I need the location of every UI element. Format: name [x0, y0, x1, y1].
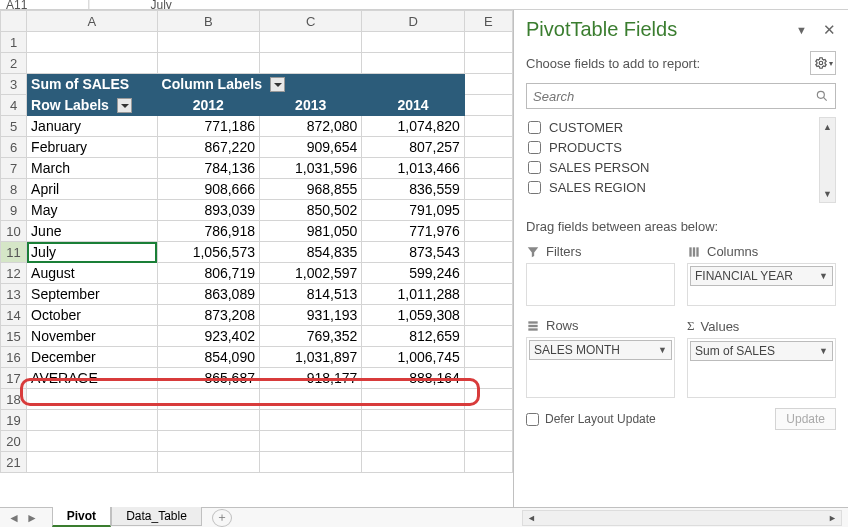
row-header[interactable]: 1 — [1, 32, 27, 53]
row-header[interactable]: 7 — [1, 158, 27, 179]
row-header[interactable]: 4 — [1, 95, 27, 116]
worksheet-grid[interactable]: A B C D E 1 2 3 Sum of SALES Column Labe… — [0, 10, 513, 507]
value-cell[interactable]: 836,559 — [362, 179, 464, 200]
columns-chip[interactable]: FINANCIAL YEAR▼ — [690, 266, 833, 286]
field-list[interactable]: CUSTOMER PRODUCTS SALES PERSON SALES REG… — [526, 117, 836, 203]
value-cell[interactable]: 1,002,597 — [259, 263, 361, 284]
defer-checkbox-label[interactable]: Defer Layout Update — [526, 412, 656, 426]
row-header[interactable]: 3 — [1, 74, 27, 95]
value-cell[interactable]: 814,513 — [259, 284, 361, 305]
values-area[interactable]: ΣValues Sum of SALES▼ — [687, 318, 836, 398]
row-header[interactable]: 18 — [1, 389, 27, 410]
row-header[interactable]: 12 — [1, 263, 27, 284]
month-cell[interactable]: October — [27, 305, 158, 326]
row-header[interactable]: 9 — [1, 200, 27, 221]
horizontal-scrollbar[interactable] — [522, 510, 842, 526]
new-sheet-button[interactable]: ＋ — [212, 509, 232, 527]
value-cell[interactable]: 872,080 — [259, 116, 361, 137]
value-cell[interactable]: 784,136 — [157, 158, 259, 179]
field-list-scrollbar[interactable]: ▲ ▼ — [819, 117, 836, 203]
row-header[interactable]: 14 — [1, 305, 27, 326]
row-header[interactable]: 17 — [1, 368, 27, 389]
column-labels-dropdown[interactable] — [270, 77, 285, 92]
name-box[interactable]: A11 — [6, 0, 27, 10]
field-checkbox[interactable] — [528, 181, 541, 194]
value-cell[interactable]: 873,543 — [362, 242, 464, 263]
total-cell[interactable]: 865,687 — [157, 368, 259, 389]
col-header-E[interactable]: E — [464, 11, 512, 32]
value-cell[interactable]: 1,013,466 — [362, 158, 464, 179]
row-header[interactable]: 20 — [1, 431, 27, 452]
year-header[interactable]: 2012 — [157, 95, 259, 116]
pane-tools-button[interactable]: ▾ — [810, 51, 836, 75]
pane-close-icon[interactable]: ✕ — [823, 21, 836, 39]
row-header[interactable]: 10 — [1, 221, 27, 242]
month-cell[interactable]: November — [27, 326, 158, 347]
row-header[interactable]: 21 — [1, 452, 27, 473]
field-checkbox[interactable] — [528, 141, 541, 154]
value-cell[interactable]: 791,095 — [362, 200, 464, 221]
value-cell[interactable]: 786,918 — [157, 221, 259, 242]
value-cell[interactable]: 1,031,596 — [259, 158, 361, 179]
rows-area[interactable]: Rows SALES MONTH▼ — [526, 318, 675, 398]
values-chip[interactable]: Sum of SALES▼ — [690, 341, 833, 361]
value-cell[interactable]: 806,719 — [157, 263, 259, 284]
update-button[interactable]: Update — [775, 408, 836, 430]
month-cell[interactable]: December — [27, 347, 158, 368]
value-cell[interactable]: 909,654 — [259, 137, 361, 158]
value-cell[interactable]: 812,659 — [362, 326, 464, 347]
field-checkbox[interactable] — [528, 161, 541, 174]
rows-chip[interactable]: SALES MONTH▼ — [529, 340, 672, 360]
month-cell[interactable]: March — [27, 158, 158, 179]
row-header[interactable]: 2 — [1, 53, 27, 74]
value-cell[interactable]: 893,039 — [157, 200, 259, 221]
pivot-sum-label[interactable]: Sum of SALES — [27, 74, 158, 95]
row-header[interactable]: 13 — [1, 284, 27, 305]
sheet-tab-pivot[interactable]: Pivot — [52, 507, 111, 527]
row-header[interactable]: 19 — [1, 410, 27, 431]
search-input[interactable] — [533, 89, 815, 104]
col-header-B[interactable]: B — [157, 11, 259, 32]
month-cell[interactable]: May — [27, 200, 158, 221]
columns-area[interactable]: Columns FINANCIAL YEAR▼ — [687, 244, 836, 306]
field-search-box[interactable] — [526, 83, 836, 109]
pivot-column-labels[interactable]: Column Labels — [157, 74, 464, 95]
value-cell[interactable]: 807,257 — [362, 137, 464, 158]
value-cell[interactable]: 1,074,820 — [362, 116, 464, 137]
value-cell[interactable]: 1,059,308 — [362, 305, 464, 326]
field-item[interactable]: PRODUCTS — [526, 137, 836, 157]
value-cell[interactable]: 908,666 — [157, 179, 259, 200]
col-header-D[interactable]: D — [362, 11, 464, 32]
grand-total-label[interactable]: AVERAGE — [27, 368, 158, 389]
value-cell[interactable]: 863,089 — [157, 284, 259, 305]
month-cell[interactable]: June — [27, 221, 158, 242]
row-header[interactable]: 15 — [1, 326, 27, 347]
year-header[interactable]: 2014 — [362, 95, 464, 116]
filters-area[interactable]: Filters — [526, 244, 675, 306]
value-cell[interactable]: 867,220 — [157, 137, 259, 158]
row-header[interactable]: 5 — [1, 116, 27, 137]
year-header[interactable]: 2013 — [259, 95, 361, 116]
month-cell[interactable]: February — [27, 137, 158, 158]
field-checkbox[interactable] — [528, 121, 541, 134]
total-cell[interactable]: 888,164 — [362, 368, 464, 389]
prev-sheet-icon[interactable]: ◄ — [8, 511, 20, 525]
row-header[interactable]: 16 — [1, 347, 27, 368]
month-cell[interactable]: August — [27, 263, 158, 284]
row-labels-dropdown[interactable] — [117, 98, 132, 113]
value-cell[interactable]: 1,011,288 — [362, 284, 464, 305]
col-header-C[interactable]: C — [259, 11, 361, 32]
value-cell[interactable]: 1,056,573 — [157, 242, 259, 263]
row-header[interactable]: 8 — [1, 179, 27, 200]
col-header-A[interactable]: A — [27, 11, 158, 32]
month-cell[interactable]: April — [27, 179, 158, 200]
value-cell[interactable]: 1,031,897 — [259, 347, 361, 368]
value-cell[interactable]: 968,855 — [259, 179, 361, 200]
select-all-corner[interactable] — [1, 11, 27, 32]
active-cell[interactable]: July — [27, 242, 158, 263]
value-cell[interactable]: 854,090 — [157, 347, 259, 368]
sheet-tab-data-table[interactable]: Data_Table — [111, 507, 202, 526]
field-item[interactable]: SALES REGION — [526, 177, 836, 197]
scroll-up-icon[interactable]: ▲ — [820, 118, 835, 135]
value-cell[interactable]: 923,402 — [157, 326, 259, 347]
